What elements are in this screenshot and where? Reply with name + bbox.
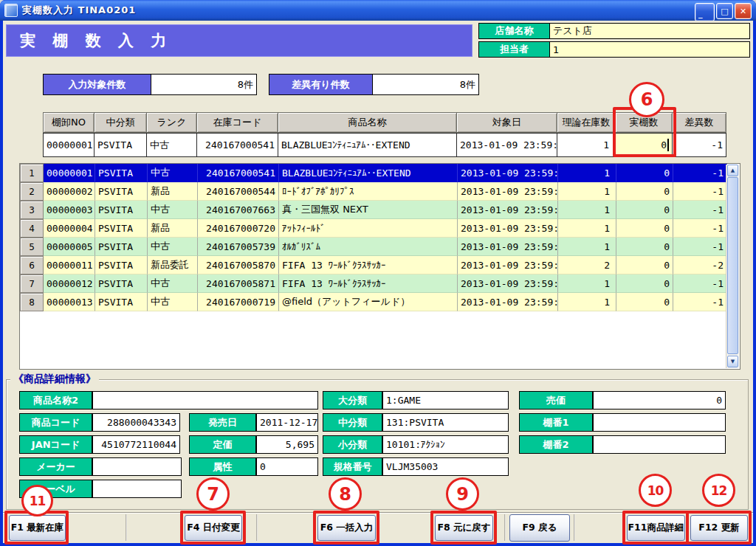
row-number-button[interactable]: 7 xyxy=(20,274,44,293)
grid-row-1[interactable]: 1 00000001 PSVITA 中古 240167000541 BLAZBL… xyxy=(20,164,740,182)
list-price-field[interactable]: 5,695 xyxy=(256,435,318,454)
grid-cell: 中古 xyxy=(148,164,198,182)
row-number-button[interactable]: 5 xyxy=(20,238,44,256)
row-number-button[interactable]: 8 xyxy=(20,293,44,311)
list-price-label: 定価 xyxy=(189,435,256,454)
grid-cell: 2013-01-09 23:59:59 xyxy=(458,219,558,238)
grid-cell: 240167005870 xyxy=(198,256,279,274)
edit-middle-class: PSVITA xyxy=(94,133,147,157)
grid-cell: -1 xyxy=(673,182,727,201)
row-number-button[interactable]: 3 xyxy=(20,201,44,219)
f9-back-button[interactable]: F9 戻る xyxy=(509,514,570,542)
minimize-button[interactable]: _ xyxy=(695,3,715,21)
f1-latest-stock-button[interactable]: F1 最新在庫 xyxy=(9,515,66,541)
col-header-middle-class[interactable]: 中分類 xyxy=(94,112,147,133)
edit-diff-qty: -1 xyxy=(673,133,726,157)
col-header-product-name[interactable]: 商品名称 xyxy=(278,112,457,133)
row-number-button[interactable]: 6 xyxy=(20,256,44,274)
product-name2-field[interactable] xyxy=(92,391,318,410)
grid-header-row: 棚卸NO 中分類 ランク 在庫コード 商品名称 対象日 理論在庫数 実棚数 差異… xyxy=(43,112,726,133)
grid-cell: -1 xyxy=(673,201,727,219)
grid-cell: 1 xyxy=(558,293,616,311)
grid-row-5[interactable]: 5 00000005 PSVITA 中古 240167005739 ｵﾙｶﾞﾘｽ… xyxy=(20,238,740,256)
maximize-button[interactable]: □ xyxy=(716,3,733,19)
grid-cell: 真・三国無双 NEXT xyxy=(279,201,458,219)
window-title: 実棚数入力 TINA0201 xyxy=(22,4,136,17)
jan-code-field[interactable]: 4510772110044 xyxy=(92,435,180,454)
grid-cell: ﾛｰﾄﾞｵﾌﾞｱﾎﾟｶﾘﾌﾟｽ xyxy=(279,182,458,201)
category-large-label: 大分類 xyxy=(323,391,382,410)
f4-change-date-button[interactable]: F4 日付変更 xyxy=(185,515,242,541)
toolbar-divider xyxy=(504,514,506,541)
app-icon xyxy=(4,4,18,17)
col-header-rank[interactable]: ランク xyxy=(147,112,197,133)
model-number-field[interactable]: VLJM35003 xyxy=(382,457,509,476)
edit-row: 00000001 PSVITA 中古 240167000541 BLAZBLUE… xyxy=(43,133,726,157)
maker-field[interactable] xyxy=(92,457,182,476)
grid-cell: ｵﾙｶﾞﾘｽﾞﾑ xyxy=(279,238,458,256)
shelf2-field[interactable] xyxy=(593,435,726,454)
grid-cell: 2013-01-09 23:59:59 xyxy=(458,274,558,293)
col-header-actual-qty[interactable]: 実棚数 xyxy=(616,112,673,133)
category-small-field[interactable]: 10101:ｱｸｼｮﾝ xyxy=(382,435,509,454)
product-detail-title: 《商品詳細情報》 xyxy=(10,373,99,386)
release-date-field[interactable]: 2011-12-17 xyxy=(256,413,318,432)
product-code-field[interactable]: 288000043343 xyxy=(92,413,180,432)
category-mid-field[interactable]: 131:PSVITA xyxy=(382,413,509,432)
grid-cell: PSVITA xyxy=(95,293,148,311)
grid-cell: 00000003 xyxy=(44,201,95,219)
category-large-field[interactable]: 1:GAME xyxy=(382,391,509,410)
actual-qty-input[interactable]: 0 xyxy=(616,133,673,157)
grid-row-2[interactable]: 2 00000002 PSVITA 新品 240167000544 ﾛｰﾄﾞｵﾌ… xyxy=(20,182,740,201)
grid-cell: 2013-01-09 23:59:59 xyxy=(458,293,558,311)
col-header-theoretical-qty[interactable]: 理論在庫数 xyxy=(557,112,616,133)
f6-bulk-input-button[interactable]: F6 一括入力 xyxy=(317,515,376,541)
row-number-button[interactable]: 2 xyxy=(20,182,44,201)
titlebar: 実棚数入力 TINA0201 xyxy=(0,0,756,21)
grid-cell: 中古 xyxy=(148,238,198,256)
text-caret-icon xyxy=(667,139,669,151)
scroll-down-icon[interactable]: ▼ xyxy=(727,356,738,367)
scrollbar-thumb[interactable] xyxy=(727,177,738,354)
col-header-target-date[interactable]: 対象日 xyxy=(457,112,557,133)
staff-field[interactable]: 1 xyxy=(549,41,750,58)
f11-product-detail-button[interactable]: F11商品詳細 xyxy=(627,515,685,541)
grid-cell: PSVITA xyxy=(95,164,148,182)
vertical-scrollbar[interactable]: ▲ ▼ xyxy=(726,165,739,368)
scroll-up-icon[interactable]: ▲ xyxy=(727,165,738,176)
shelf1-field[interactable] xyxy=(593,413,726,432)
col-header-diff-qty[interactable]: 差異数 xyxy=(673,112,726,133)
label-brand-label: レーベル xyxy=(19,480,92,498)
row-number-button[interactable]: 1 xyxy=(20,164,44,182)
staff-label: 担当者 xyxy=(478,41,550,58)
grid-cell: 1 xyxy=(558,238,616,256)
grid-cell: 00000005 xyxy=(44,238,95,256)
grid-row-3[interactable]: 3 00000003 PSVITA 中古 240167007663 真・三国無双… xyxy=(20,201,740,219)
f12-update-button[interactable]: F12 更新 xyxy=(690,515,748,541)
grid-row-7[interactable]: 7 00000012 PSVITA 中古 240167005871 FIFA 1… xyxy=(20,274,740,293)
maker-label: メーカー xyxy=(19,457,92,476)
row-number-button[interactable]: 4 xyxy=(20,219,44,238)
grid-cell: 0 xyxy=(616,274,673,293)
col-header-tanaoroshi-no[interactable]: 棚卸NO xyxy=(43,112,94,133)
toolbar-divider xyxy=(379,514,380,541)
label-brand-field[interactable] xyxy=(92,480,182,498)
grid-cell: 新品委託 xyxy=(148,256,198,274)
grid-cell: 2 xyxy=(558,256,616,274)
close-icon[interactable]: ✕ xyxy=(735,3,752,19)
attribute-field[interactable]: 0 xyxy=(256,457,318,476)
grid-cell: 0 xyxy=(616,201,673,219)
edit-stock-code: 240167000541 xyxy=(197,133,278,157)
grid-row-6[interactable]: 6 00000011 PSVITA 新品委託 240167005870 FIFA… xyxy=(20,256,740,274)
grid-cell: FIFA 13 ﾜｰﾙﾄﾞｸﾗｽｻｯｶｰ xyxy=(279,274,458,293)
model-number-label: 規格番号 xyxy=(323,457,382,476)
grid-cell: 240167000720 xyxy=(198,219,279,238)
grid-cell: 0 xyxy=(616,238,673,256)
grid-row-8[interactable]: 8 00000013 PSVITA 中古 240167000719 @field… xyxy=(20,293,740,311)
store-name-field[interactable]: テスト店 xyxy=(549,23,750,39)
col-header-stock-code[interactable]: 在庫コード xyxy=(197,112,278,133)
f8-undo-button[interactable]: F8 元に戻す xyxy=(435,515,493,541)
grid-row-4[interactable]: 4 00000004 PSVITA 新品 240167000720 ｱｯﾄﾌｨｰ… xyxy=(20,219,740,238)
sell-price-field[interactable]: 0 xyxy=(593,391,726,410)
grid-cell: 中古 xyxy=(148,274,198,293)
